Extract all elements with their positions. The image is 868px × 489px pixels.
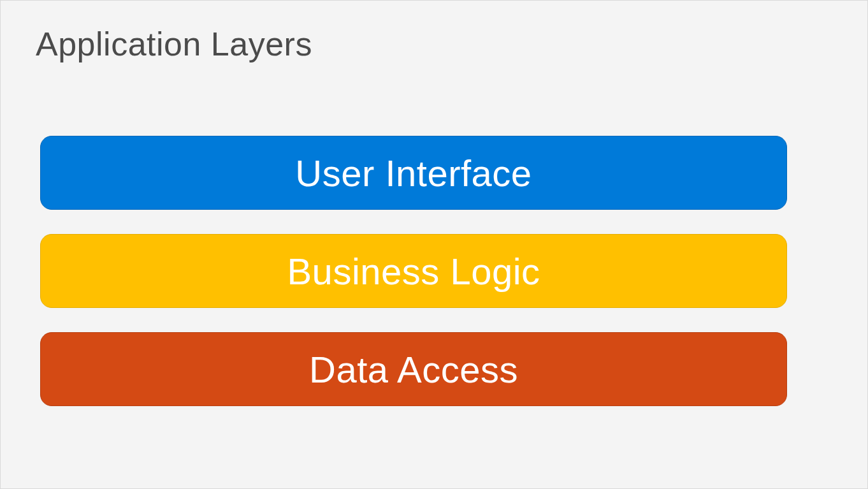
layer-label: Data Access — [309, 348, 518, 391]
layer-label: User Interface — [295, 152, 532, 194]
diagram-title: Application Layers — [36, 25, 312, 63]
layer-user-interface: User Interface — [40, 136, 787, 210]
layer-business-logic: Business Logic — [40, 234, 787, 308]
layer-data-access: Data Access — [40, 332, 787, 406]
layer-label: Business Logic — [287, 250, 540, 293]
layers-stack: User Interface Business Logic Data Acces… — [40, 136, 787, 406]
